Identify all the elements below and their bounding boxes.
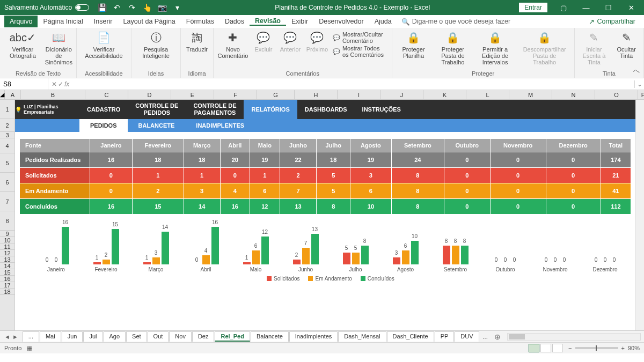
- row-header[interactable]: 13: [0, 256, 14, 263]
- tab-dados[interactable]: Dados: [219, 18, 250, 25]
- maximize-icon[interactable]: ❐: [598, 0, 619, 15]
- col-header[interactable]: M: [509, 90, 552, 99]
- sheet-tab[interactable]: Jun: [62, 331, 83, 342]
- ribbon-proteger-pasta-de-trabalho[interactable]: 🔒Proteger Pasta deTrabalho: [434, 29, 472, 69]
- ribbon-options-icon[interactable]: ▢: [553, 0, 574, 15]
- row-header[interactable]: 6: [0, 173, 14, 192]
- row-header[interactable]: 15: [0, 269, 14, 276]
- col-header[interactable]: K: [423, 90, 466, 99]
- zoom-out-icon[interactable]: −: [568, 345, 572, 351]
- col-header[interactable]: D: [128, 90, 171, 99]
- col-header[interactable]: F: [214, 90, 257, 99]
- tab-file[interactable]: Arquivo: [4, 16, 38, 27]
- row-header[interactable]: 17: [0, 282, 14, 289]
- sheet-tab[interactable]: DUV: [455, 331, 479, 342]
- share-button[interactable]: ↗ Compartilhar: [584, 18, 640, 26]
- worksheet[interactable]: 💡 LUZ | Planilhas Empresariais CADASTROC…: [15, 100, 635, 330]
- ribbon-opt[interactable]: 💬Mostrar Todos os Comentários: [333, 45, 387, 58]
- sheet-tab[interactable]: Nov: [169, 331, 192, 342]
- sheet-tab[interactable]: Rel_Ped: [215, 331, 250, 342]
- sheet-tab[interactable]: Set: [126, 331, 147, 342]
- col-header[interactable]: J: [380, 90, 423, 99]
- row-header[interactable]: 16: [0, 276, 14, 282]
- ribbon-ocultar-tinta[interactable]: ✎Ocultar Tinta: [612, 29, 640, 69]
- minimize-icon[interactable]: —: [575, 0, 597, 15]
- sheet-tab[interactable]: Dash_Mensal: [338, 331, 386, 342]
- col-header[interactable]: O: [595, 90, 638, 99]
- touch-mode-icon[interactable]: 👆: [141, 1, 153, 14]
- sheet-tab[interactable]: Ago: [104, 331, 126, 342]
- collapse-ribbon-icon[interactable]: へ: [633, 67, 640, 76]
- sheet-tab[interactable]: Inadimplentes: [289, 331, 338, 342]
- ribbon-verificar-acessibilidade[interactable]: 📄Verificar Acessibilidade: [80, 29, 128, 69]
- dash-tab-cadastro[interactable]: CADASTRO: [79, 100, 128, 119]
- row-header[interactable]: 12: [0, 250, 14, 256]
- tab-página-inicial[interactable]: Página Inicial: [38, 18, 88, 25]
- close-icon[interactable]: ✕: [620, 0, 642, 15]
- col-header[interactable]: I: [338, 90, 380, 99]
- zoom-slider[interactable]: [575, 347, 618, 349]
- add-sheet-icon[interactable]: ⊕: [491, 333, 504, 341]
- col-header[interactable]: N: [552, 90, 595, 99]
- ribbon-pesquisa-inteligente[interactable]: ⓘPesquisa Inteligente: [135, 29, 177, 69]
- tab-exibir[interactable]: Exibir: [286, 18, 313, 25]
- row-header[interactable]: 7: [0, 192, 14, 211]
- cancel-formula-icon[interactable]: ✕: [52, 80, 57, 88]
- accept-formula-icon[interactable]: ✓: [58, 80, 63, 88]
- dash-tab-controle-de-pedidos[interactable]: CONTROLE DEPEDIDOS: [128, 100, 186, 119]
- sheet-tab[interactable]: Mai: [40, 331, 61, 342]
- ribbon-opt[interactable]: 💬Mostrar/Ocultar Comentário: [333, 31, 387, 44]
- col-header[interactable]: A: [5, 90, 21, 99]
- sheet-tab[interactable]: Dez: [192, 331, 215, 342]
- name-box[interactable]: S8: [0, 78, 48, 90]
- page-layout-view-icon[interactable]: [540, 344, 551, 352]
- horizontal-scrollbar[interactable]: [507, 333, 641, 341]
- dash-tab-dashboards[interactable]: DASHBOARDS: [297, 100, 355, 119]
- row-header[interactable]: 5: [0, 153, 14, 173]
- sheet-tab[interactable]: Balancete: [251, 331, 289, 342]
- ribbon-traduzir[interactable]: 䛬Traduzir: [184, 29, 210, 69]
- tab-fórmulas[interactable]: Fórmulas: [181, 18, 219, 25]
- normal-view-icon[interactable]: [529, 344, 539, 352]
- expand-formula-icon[interactable]: ⌄: [634, 80, 644, 88]
- tab-revisão[interactable]: Revisão: [250, 17, 286, 26]
- tab-layout-da-página[interactable]: Layout da Página: [118, 18, 180, 25]
- undo-icon[interactable]: ↶: [111, 1, 123, 14]
- col-header[interactable]: H: [295, 90, 338, 99]
- sheet-tab[interactable]: Jul: [83, 331, 103, 342]
- ribbon-dicion-rio-de-sin-nimos[interactable]: 📖Dicionário deSinônimos: [45, 29, 73, 69]
- vertical-scrollbar[interactable]: [635, 100, 644, 330]
- dash-tab-instruções[interactable]: INSTRUÇÕES: [355, 100, 408, 119]
- row-header[interactable]: 11: [0, 243, 14, 250]
- subtab-pedidos[interactable]: PEDIDOS: [79, 119, 128, 132]
- tab-ajuda[interactable]: Ajuda: [369, 18, 397, 25]
- col-header[interactable]: E: [171, 90, 214, 99]
- zoom-in-icon[interactable]: +: [621, 345, 625, 351]
- tab-desenvolvedor[interactable]: Desenvolvedor: [313, 18, 369, 25]
- sheet-more[interactable]: ...: [480, 334, 491, 340]
- ribbon-proteger-planilha[interactable]: 🔒Proteger Planilha: [396, 29, 432, 69]
- col-header[interactable]: P: [638, 90, 644, 99]
- dash-tab-controle-de-pagamentos[interactable]: CONTROLE DEPAGAMENTOS: [186, 100, 244, 119]
- subtab-balancete[interactable]: BALANCETE: [128, 119, 186, 132]
- tab-inserir[interactable]: Inserir: [89, 18, 118, 25]
- ribbon-novo-coment-rio[interactable]: ✚Novo Comentário: [217, 29, 249, 69]
- row-header[interactable]: 2: [0, 119, 14, 132]
- ribbon-permitir-a-edi-o-de-intervalos[interactable]: 🔒Permitir a Edição deIntervalos: [474, 29, 516, 69]
- row-header[interactable]: 18: [0, 289, 14, 295]
- subtab-inadimplentes[interactable]: INADIMPLENTES: [185, 119, 255, 132]
- sheet-tab[interactable]: Out: [148, 331, 169, 342]
- save-icon[interactable]: 💾: [96, 1, 108, 14]
- col-header[interactable]: L: [466, 90, 509, 99]
- row-header[interactable]: 4: [0, 138, 14, 153]
- ribbon-verificar-ortografia[interactable]: abc✓Verificar Ortografia: [3, 29, 42, 69]
- col-header[interactable]: C: [85, 90, 128, 99]
- row-header[interactable]: 14: [0, 263, 14, 269]
- sheet-tab[interactable]: Dash_Cliente: [387, 331, 434, 342]
- sheet-next-icon[interactable]: ►: [12, 334, 18, 340]
- sign-in-button[interactable]: Entrar: [519, 3, 547, 12]
- redo-icon[interactable]: ↷: [126, 1, 138, 14]
- select-all-button[interactable]: ◢: [0, 90, 5, 99]
- tell-me-search[interactable]: 🔍 Diga-me o que você deseja fazer: [401, 18, 510, 26]
- zoom-level[interactable]: 90%: [628, 345, 640, 351]
